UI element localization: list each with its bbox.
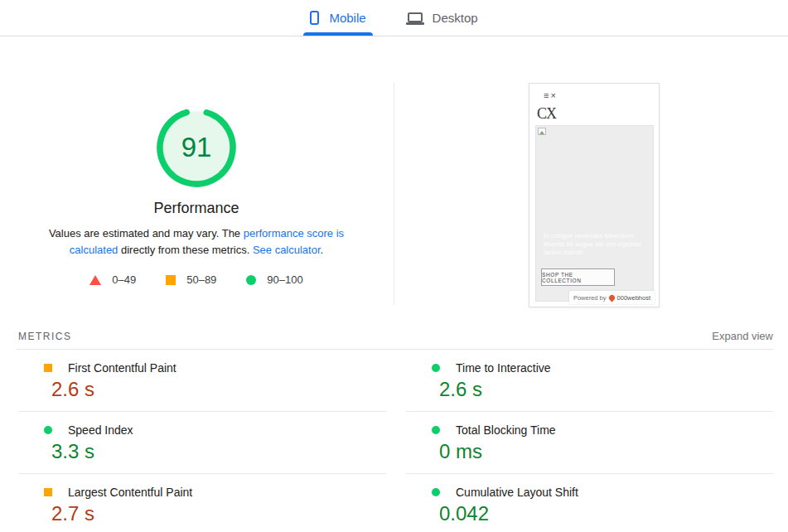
active-tab-underline bbox=[303, 32, 372, 36]
metrics-grid: First Contentful Paint 2.6 s Time to Int… bbox=[18, 350, 773, 532]
tab-mobile[interactable]: Mobile bbox=[298, 0, 377, 36]
metric-value: 2.6 s bbox=[51, 378, 386, 401]
device-tab-bar: Mobile Desktop bbox=[0, 0, 788, 36]
000webhost-flame-icon bbox=[607, 293, 616, 302]
legend-item-pass: 90–100 bbox=[246, 273, 302, 286]
performance-title: Performance bbox=[31, 200, 362, 217]
metric-status-icon bbox=[432, 488, 440, 496]
description-text-2: directly from these metrics. bbox=[118, 244, 253, 256]
metric-value: 0.042 bbox=[439, 502, 773, 525]
legend-range-average: 50–89 bbox=[186, 273, 216, 286]
metric-status-icon bbox=[432, 364, 440, 372]
metric-status-icon bbox=[44, 488, 52, 496]
score-legend: 0–49 50–89 90–100 bbox=[22, 273, 370, 286]
metric-status-icon bbox=[44, 364, 52, 372]
metric-value: 3.3 s bbox=[51, 440, 386, 463]
metric-label: Total Blocking Time bbox=[456, 423, 556, 437]
average-square-icon bbox=[166, 275, 176, 285]
metric-largest-contentful-paint: Largest Contentful Paint 2.7 s bbox=[18, 474, 386, 532]
tab-desktop-label: Desktop bbox=[433, 11, 478, 25]
metric-first-contentful-paint: First Contentful Paint 2.6 s bbox=[18, 350, 386, 412]
preview-site-logo: CX bbox=[537, 105, 556, 123]
tab-desktop[interactable]: Desktop bbox=[396, 0, 490, 36]
metric-label: Largest Contentful Paint bbox=[68, 486, 192, 499]
legend-range-pass: 90–100 bbox=[267, 273, 302, 286]
metric-label: Speed Index bbox=[68, 423, 133, 437]
description-text-1: Values are estimated and may vary. The bbox=[49, 227, 244, 239]
metric-value: 0 ms bbox=[439, 440, 773, 463]
pagespeed-report: Mobile Desktop 91 Performance Values are… bbox=[0, 0, 788, 532]
summary-preview-divider bbox=[394, 83, 394, 305]
legend-range-fail: 0–49 bbox=[112, 273, 136, 286]
host-brand-text: 000webhost bbox=[617, 294, 650, 302]
tab-mobile-label: Mobile bbox=[329, 11, 365, 25]
metric-speed-index: Speed Index 3.3 s bbox=[18, 412, 386, 474]
metric-total-blocking-time: Total Blocking Time 0 ms bbox=[406, 412, 773, 474]
broken-image-icon bbox=[538, 128, 546, 135]
metric-label: Cumulative Layout Shift bbox=[456, 486, 578, 499]
metric-status-icon bbox=[432, 426, 440, 434]
preview-nav-icons: ≡× bbox=[544, 90, 558, 100]
legend-item-fail: 0–49 bbox=[89, 273, 136, 286]
metric-value: 2.7 s bbox=[51, 502, 386, 525]
metric-value: 2.6 s bbox=[439, 378, 773, 401]
preview-hero-text: In congue venenatis bibendum invertis bl… bbox=[544, 232, 647, 257]
powered-by-badge: Powered by 000webhost bbox=[569, 291, 655, 304]
performance-score-value: 91 bbox=[157, 108, 236, 187]
preview-cta-button: SHOP THE COLLECTION bbox=[541, 268, 615, 286]
fail-triangle-icon bbox=[89, 275, 101, 285]
see-calculator-link[interactable]: See calculator bbox=[253, 244, 321, 256]
description-text-3: . bbox=[321, 244, 324, 256]
score-description: Values are estimated and may vary. The p… bbox=[25, 225, 368, 259]
metrics-section-label: METRICS bbox=[18, 331, 72, 342]
page-screenshot-preview[interactable]: ≡× CX In congue venenatis bibendum inver… bbox=[529, 83, 660, 307]
metrics-header: METRICS Expand view bbox=[18, 330, 773, 342]
legend-item-average: 50–89 bbox=[166, 273, 216, 286]
powered-by-text: Powered by bbox=[573, 294, 607, 302]
performance-score-gauge: 91 bbox=[157, 108, 236, 187]
pass-circle-icon bbox=[246, 275, 256, 285]
metric-status-icon bbox=[44, 426, 52, 434]
expand-view-button[interactable]: Expand view bbox=[712, 330, 773, 342]
close-icon: × bbox=[550, 90, 557, 100]
desktop-laptop-icon bbox=[408, 12, 423, 22]
mobile-phone-icon bbox=[310, 11, 319, 25]
metric-label: Time to Interactive bbox=[456, 361, 551, 375]
metric-label: First Contentful Paint bbox=[68, 361, 176, 375]
preview-hero-image: In congue venenatis bibendum invertis bl… bbox=[535, 125, 654, 302]
metric-time-to-interactive: Time to Interactive 2.6 s bbox=[406, 350, 773, 412]
metric-cumulative-layout-shift: Cumulative Layout Shift 0.042 bbox=[406, 474, 773, 532]
